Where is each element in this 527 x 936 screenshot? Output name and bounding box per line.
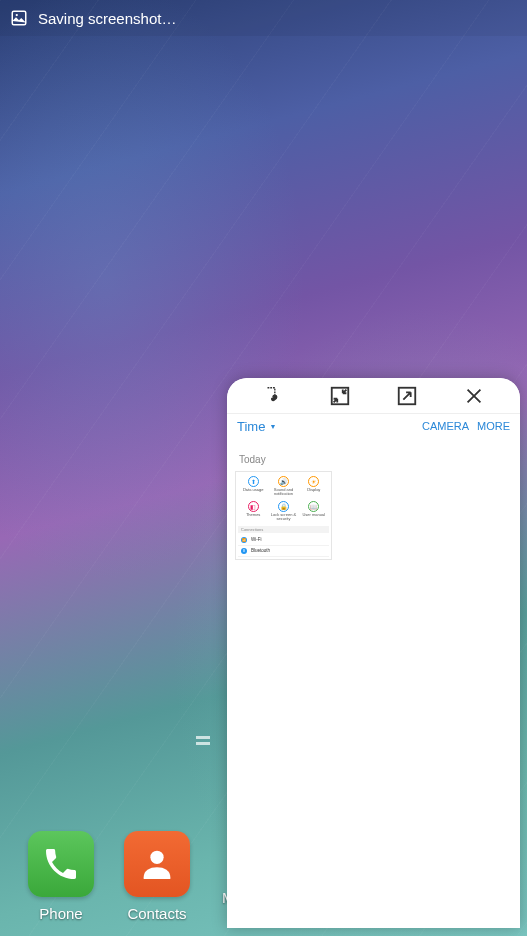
contacts-label: Contacts	[127, 905, 186, 922]
phone-icon	[28, 831, 94, 897]
contacts-app[interactable]: Contacts	[124, 831, 190, 922]
more-action[interactable]: MORE	[477, 420, 510, 432]
themes-icon: ◧	[248, 501, 259, 512]
popup-actions: CAMERA MORE	[422, 420, 510, 432]
thumb-item: 🔒 Lock screen & security	[269, 501, 297, 522]
image-icon	[10, 9, 28, 27]
thumb-list-item: 📶 Wi-Fi	[238, 535, 329, 546]
svg-rect-0	[12, 11, 26, 25]
today-label: Today	[235, 448, 512, 471]
phone-app[interactable]: Phone	[28, 831, 94, 922]
thumb-item: 📖 User manual	[300, 501, 328, 522]
status-bar: Saving screenshot…	[0, 0, 527, 36]
thumb-row-1: ⬆ Data usage 🔊 Sound and notification ☀ …	[238, 474, 329, 499]
popup-title-dropdown[interactable]: Time	[237, 419, 276, 434]
camera-action[interactable]: CAMERA	[422, 420, 469, 432]
thumb-row-2: ◧ Themes 🔒 Lock screen & security 📖 User…	[238, 499, 329, 524]
thumb-item: 🔊 Sound and notification	[269, 476, 297, 497]
minimize-button[interactable]	[326, 382, 354, 410]
move-button[interactable]	[259, 382, 287, 410]
status-text: Saving screenshot…	[38, 10, 176, 27]
thumb-section-header: Connections	[238, 526, 329, 533]
screenshot-thumbnail[interactable]: ⬆ Data usage 🔊 Sound and notification ☀ …	[235, 471, 332, 560]
menu-indicator-icon	[196, 736, 210, 748]
popup-control-bar	[227, 378, 520, 414]
thumb-list-item: B Bluetooth	[238, 546, 329, 557]
svg-point-1	[16, 14, 18, 16]
wifi-icon: 📶	[241, 537, 247, 543]
contacts-icon	[124, 831, 190, 897]
popup-header: Time CAMERA MORE	[227, 414, 520, 438]
thumb-item: ◧ Themes	[239, 501, 267, 522]
close-button[interactable]	[460, 382, 488, 410]
display-icon: ☀	[308, 476, 319, 487]
bluetooth-icon: B	[241, 548, 247, 554]
thumb-item: ☀ Display	[300, 476, 328, 497]
data-usage-icon: ⬆	[248, 476, 259, 487]
svg-point-2	[150, 851, 163, 864]
manual-icon: 📖	[308, 501, 319, 512]
maximize-button[interactable]	[393, 382, 421, 410]
popup-body: Today ⬆ Data usage 🔊 Sound and notificat…	[227, 438, 520, 570]
thumb-item: ⬆ Data usage	[239, 476, 267, 497]
lock-icon: 🔒	[278, 501, 289, 512]
popup-window[interactable]: Time CAMERA MORE Today ⬆ Data usage 🔊 So…	[227, 378, 520, 928]
dock: Phone Contacts	[0, 831, 190, 922]
sound-icon: 🔊	[278, 476, 289, 487]
phone-label: Phone	[39, 905, 82, 922]
svg-point-3	[273, 395, 277, 399]
